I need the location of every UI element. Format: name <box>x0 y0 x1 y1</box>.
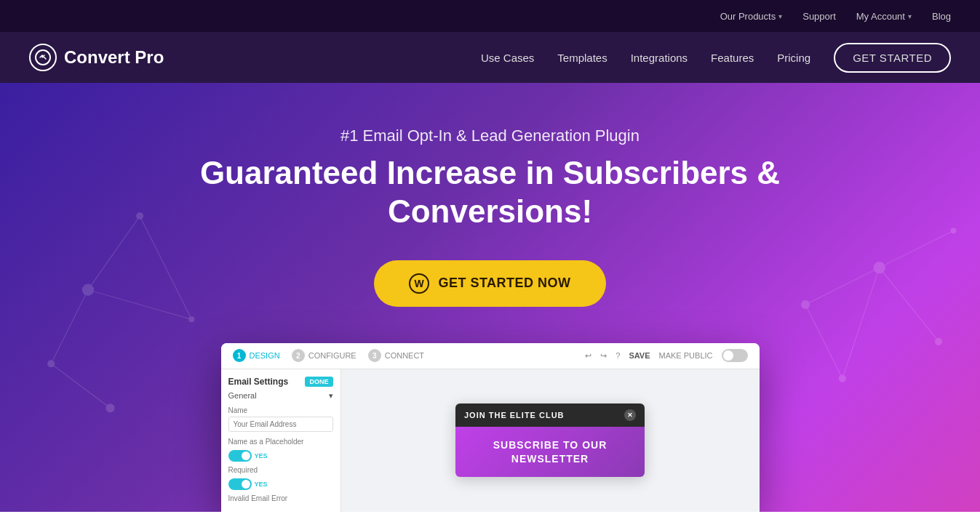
help-icon[interactable]: ? <box>616 351 620 360</box>
done-badge: DONE <box>305 377 332 387</box>
make-public-toggle[interactable] <box>722 349 748 362</box>
modal-close-icon[interactable]: ✕ <box>624 409 636 421</box>
svg-point-12 <box>935 338 942 345</box>
step-connect[interactable]: 3 CONNECT <box>368 349 424 362</box>
hero-content: #1 Email Opt-In & Lead Generation Plugin… <box>199 127 781 307</box>
save-label[interactable]: SAVE <box>629 351 650 360</box>
svg-point-15 <box>801 300 810 309</box>
app-topbar-right: ↩ ↪ ? SAVE MAKE PUBLIC <box>585 349 747 362</box>
panel-section-arrow: ▾ <box>329 391 333 401</box>
modal-body-title: SUBSCRIBE TO OUR NEWSLETTER <box>467 438 633 465</box>
svg-line-7 <box>51 290 88 364</box>
left-panel: Email Settings DONE General ▾ Name Name … <box>221 369 341 512</box>
nav-integrations[interactable]: Integrations <box>631 52 688 64</box>
svg-line-10 <box>140 216 191 319</box>
modal-body: SUBSCRIBE TO OUR NEWSLETTER <box>455 427 645 476</box>
svg-point-2 <box>136 212 143 220</box>
required-toggle[interactable] <box>228 478 252 490</box>
undo-icon[interactable]: ↩ <box>585 351 591 361</box>
our-products-link[interactable]: Our Products ▾ <box>720 11 783 22</box>
svg-line-20 <box>805 268 880 305</box>
step-design-num: 1 <box>233 349 246 362</box>
step-connect-num: 3 <box>368 349 381 362</box>
nav-pricing[interactable]: Pricing <box>777 52 810 64</box>
hero-cta-button[interactable]: W GET STARTED NOW <box>374 260 605 307</box>
svg-line-8 <box>88 290 191 320</box>
logo-text: Convert Pro <box>64 47 164 68</box>
step-design-label: DESIGN <box>250 351 280 360</box>
svg-line-6 <box>88 216 140 290</box>
modal-header: JOIN THE ELITE CLUB ✕ <box>455 403 645 427</box>
placeholder-toggle[interactable] <box>228 450 252 462</box>
right-canvas: JOIN THE ELITE CLUB ✕ SUBSCRIBE TO OUR N… <box>341 369 760 512</box>
svg-point-5 <box>105 403 114 412</box>
svg-line-19 <box>805 305 842 379</box>
app-topbar: 1 DESIGN 2 CONFIGURE 3 CONNECT ↩ ↪ ? SAV… <box>221 343 760 369</box>
step-configure[interactable]: 2 CONFIGURE <box>292 349 356 362</box>
panel-title: Email Settings DONE <box>228 377 333 387</box>
my-account-link[interactable]: My Account ▾ <box>856 11 912 22</box>
modal-preview: JOIN THE ELITE CLUB ✕ SUBSCRIBE TO OUR N… <box>455 403 645 476</box>
logo-icon <box>29 44 57 71</box>
wordpress-icon: W <box>409 273 429 294</box>
toggle-row-required: Required <box>228 466 333 474</box>
svg-line-16 <box>880 268 939 342</box>
nav-templates[interactable]: Templates <box>557 52 607 64</box>
svg-line-18 <box>880 230 954 268</box>
app-body: Email Settings DONE General ▾ Name Name … <box>221 369 760 512</box>
svg-point-14 <box>950 228 956 233</box>
redo-icon[interactable]: ↪ <box>600 351 607 361</box>
panel-section[interactable]: General ▾ <box>228 391 333 401</box>
main-nav: Convert Pro Use Cases Templates Integrat… <box>0 32 980 83</box>
svg-line-9 <box>51 364 110 408</box>
nav-links: Use Cases Templates Integrations Feature… <box>481 43 951 73</box>
step-configure-label: CONFIGURE <box>308 351 356 360</box>
svg-point-3 <box>47 360 55 367</box>
my-account-dropdown-icon: ▾ <box>908 12 912 20</box>
step-design[interactable]: 1 DESIGN <box>233 349 280 362</box>
svg-point-11 <box>874 262 885 273</box>
name-field-input[interactable] <box>228 417 333 432</box>
hero-title: Guaranteed Increase in Subscribers & Con… <box>199 154 781 231</box>
toggle-yes-placeholder: YES <box>228 450 333 462</box>
svg-point-1 <box>82 284 94 295</box>
hero-subtitle: #1 Email Opt-In & Lead Generation Plugin <box>199 127 781 145</box>
top-bar: Our Products ▾ Support My Account ▾ Blog <box>0 0 980 32</box>
support-link[interactable]: Support <box>802 11 836 22</box>
our-products-dropdown-icon: ▾ <box>778 12 782 20</box>
svg-line-17 <box>842 268 880 378</box>
toggle-yes-required: YES <box>228 478 333 490</box>
make-public-label: MAKE PUBLIC <box>659 351 713 360</box>
svg-point-4 <box>188 316 194 322</box>
toggle-row-placeholder: Name as a Placeholder <box>228 438 333 446</box>
invalid-email-label: Invalid Email Error <box>228 494 333 502</box>
blog-link[interactable]: Blog <box>932 11 951 22</box>
nav-features[interactable]: Features <box>711 52 754 64</box>
step-configure-num: 2 <box>292 349 305 362</box>
nav-use-cases[interactable]: Use Cases <box>481 52 534 64</box>
name-field-label: Name <box>228 406 333 414</box>
nav-get-started-button[interactable]: GET STARTED <box>834 43 951 73</box>
logo[interactable]: Convert Pro <box>29 44 164 71</box>
step-connect-label: CONNECT <box>385 351 424 360</box>
hero-section: #1 Email Opt-In & Lead Generation Plugin… <box>0 83 980 512</box>
app-preview: 1 DESIGN 2 CONFIGURE 3 CONNECT ↩ ↪ ? SAV… <box>221 343 760 512</box>
svg-point-13 <box>839 375 846 382</box>
